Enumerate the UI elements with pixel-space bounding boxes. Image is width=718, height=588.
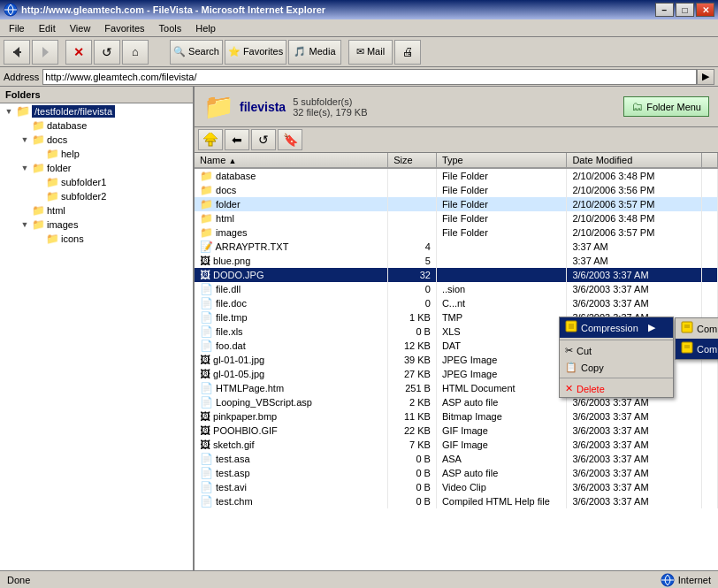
cell-size: [388, 183, 437, 197]
context-menu-copy[interactable]: 📋 Copy: [560, 359, 673, 376]
menu-favorites[interactable]: Favorites: [97, 21, 151, 35]
menu-file[interactable]: File: [2, 21, 32, 35]
tree-item-html[interactable]: 📁 html: [0, 203, 193, 218]
folder-icon-folder: 📁: [32, 162, 45, 174]
tree-toggle-images[interactable]: ▼: [18, 220, 32, 229]
tree-item-database[interactable]: 📁 database: [0, 118, 193, 133]
cell-extra: [702, 424, 718, 438]
tree-toggle-docs[interactable]: ▼: [18, 135, 32, 144]
cell-date: 2/10/2006 3:56 PM: [567, 183, 702, 197]
menu-edit[interactable]: Edit: [32, 21, 63, 35]
file-icon: 📄: [200, 340, 213, 352]
cell-date: 3/6/2003 3:37 AM: [567, 480, 702, 494]
file-list-container[interactable]: Name ▲ Size Type Date Modified 📁 databas…: [195, 153, 718, 570]
folder-icon-images: 📁: [32, 218, 45, 231]
folder-menu-button[interactable]: 🗂 Folder Menu: [623, 96, 709, 117]
table-row[interactable]: 📁 docs File Folder 2/10/2006 3:56 PM: [195, 183, 718, 197]
window-controls[interactable]: − □ ✕: [655, 3, 714, 17]
submenu-compress-download[interactable]: Compress & Download: [676, 339, 718, 359]
tree-label-icons: icons: [61, 233, 84, 244]
mail-button[interactable]: ✉ Mail: [348, 40, 393, 65]
go-button[interactable]: ▶: [697, 69, 714, 85]
cell-type: Video Clip: [436, 480, 566, 494]
context-menu-delete[interactable]: ✕ Delete: [560, 380, 673, 397]
table-row[interactable]: 📄 test.asp 0 B ASP auto file 3/6/2003 3:…: [195, 466, 718, 480]
cell-type: [436, 240, 566, 254]
col-header-size[interactable]: Size: [388, 153, 437, 168]
tree-item-root[interactable]: ▼ 📁 /testfolder/filevista: [0, 103, 193, 118]
tree-item-icons[interactable]: 📁 icons: [0, 232, 193, 246]
address-input[interactable]: [42, 69, 697, 85]
refresh-file-button[interactable]: ↺: [251, 129, 276, 150]
close-button[interactable]: ✕: [696, 3, 714, 17]
file-icon: 🖼: [200, 354, 210, 366]
tree-toggle-folder[interactable]: ▼: [18, 164, 32, 172]
file-icon: 🖼: [200, 368, 210, 380]
table-row[interactable]: 🖼 DODO.JPG 32 3/6/2003 3:37 AM: [195, 268, 718, 282]
cell-date: 3/6/2003 3:37 AM: [567, 282, 702, 296]
tree-header: Folders: [0, 87, 193, 103]
stop-button[interactable]: ✕: [65, 40, 92, 65]
folder-icon-subfolder2: 📁: [46, 190, 59, 202]
table-row[interactable]: 📄 test.chm 0 B Compiled HTML Help file 3…: [195, 494, 718, 508]
table-row[interactable]: 📝 ARRAYPTR.TXT 4 3:37 AM: [195, 240, 718, 254]
media-button[interactable]: 🎵 Media: [288, 40, 341, 65]
tree-item-images[interactable]: ▼ 📁 images: [0, 218, 193, 232]
table-row[interactable]: 📄 file.dll 0 ..sion 3/6/2003 3:37 AM: [195, 282, 718, 296]
table-row[interactable]: 📄 test.asa 0 B ASA 3/6/2003 3:37 AM: [195, 452, 718, 466]
tree-label-subfolder1: subfolder1: [61, 177, 106, 187]
table-row[interactable]: 🖼 POOHBIO.GIF 22 KB GIF Image 3/6/2003 3…: [195, 424, 718, 438]
file-icon: 📄: [200, 283, 213, 295]
search-button[interactable]: 🔍 Search: [170, 40, 223, 65]
tree-item-subfolder1[interactable]: 📁 subfolder1: [0, 175, 193, 189]
context-menu-compression-wrapper: Compression ▶: [560, 317, 673, 338]
tree-label-help: help: [61, 149, 80, 159]
table-row[interactable]: 🖼 sketch.gif 7 KB GIF Image 3/6/2003 3:3…: [195, 438, 718, 452]
table-row[interactable]: 📄 test.avi 0 B Video Clip 3/6/2003 3:37 …: [195, 480, 718, 494]
tree-toggle-root[interactable]: ▼: [2, 107, 16, 116]
home-button[interactable]: ⌂: [122, 40, 149, 65]
status-bar: Done Internet: [0, 570, 718, 588]
context-menu-compression[interactable]: Compression ▶: [560, 317, 673, 338]
tree-item-subfolder2[interactable]: 📁 subfolder2: [0, 189, 193, 203]
file-icon: 🖼: [200, 269, 210, 281]
cell-size: [388, 225, 437, 240]
table-row[interactable]: 📁 html File Folder 2/10/2006 3:48 PM: [195, 211, 718, 225]
col-header-date[interactable]: Date Modified: [567, 153, 702, 168]
table-row[interactable]: 🖼 pinkpaper.bmp 11 KB Bitmap Image 3/6/2…: [195, 409, 718, 424]
delete-icon: ✕: [565, 383, 573, 394]
cell-type: TMP: [436, 310, 566, 325]
refresh-button[interactable]: ↺: [94, 40, 120, 65]
tree-item-help[interactable]: 📁 help: [0, 147, 193, 161]
cell-date: 3:37 AM: [567, 240, 702, 254]
tree-item-docs[interactable]: ▼ 📁 docs: [0, 133, 193, 147]
menu-help[interactable]: Help: [188, 21, 223, 35]
table-row[interactable]: 📄 file.doc 0 C...nt 3/6/2003 3:37 AM: [195, 296, 718, 310]
cell-extra: [702, 452, 718, 466]
bookmark-button[interactable]: 🔖: [278, 129, 302, 150]
menu-view[interactable]: View: [63, 21, 98, 35]
context-menu-cut[interactable]: ✂ Cut: [560, 342, 673, 359]
back-file-button[interactable]: ⬅: [225, 129, 249, 150]
table-row[interactable]: 📁 database File Folder 2/10/2006 3:48 PM: [195, 168, 718, 183]
up-button[interactable]: [198, 129, 223, 150]
table-row[interactable]: 🖼 blue.png 5 3:37 AM: [195, 254, 718, 268]
title-bar: http://www.gleamtech.com - FileVista - M…: [0, 0, 718, 19]
forward-button[interactable]: [32, 40, 58, 65]
col-header-name[interactable]: Name ▲: [195, 153, 388, 168]
cell-name: 🖼 sketch.gif: [195, 438, 388, 452]
minimize-button[interactable]: −: [655, 3, 674, 17]
table-row[interactable]: 📁 images File Folder 2/10/2006 3:57 PM: [195, 225, 718, 240]
menu-tools[interactable]: Tools: [152, 21, 189, 35]
col-header-extra: [702, 153, 718, 168]
table-row[interactable]: 📁 folder File Folder 2/10/2006 3:57 PM: [195, 197, 718, 211]
favorites-button[interactable]: ⭐ Favorites: [225, 40, 286, 65]
print-button[interactable]: 🖨: [394, 40, 421, 65]
col-header-type[interactable]: Type: [436, 153, 566, 168]
cell-extra: [702, 381, 718, 395]
back-button[interactable]: [4, 40, 30, 65]
submenu-compress[interactable]: Compress: [676, 318, 718, 339]
maximize-button[interactable]: □: [676, 3, 694, 17]
cell-name: 📁 database: [195, 168, 388, 183]
tree-item-folder[interactable]: ▼ 📁 folder: [0, 161, 193, 175]
